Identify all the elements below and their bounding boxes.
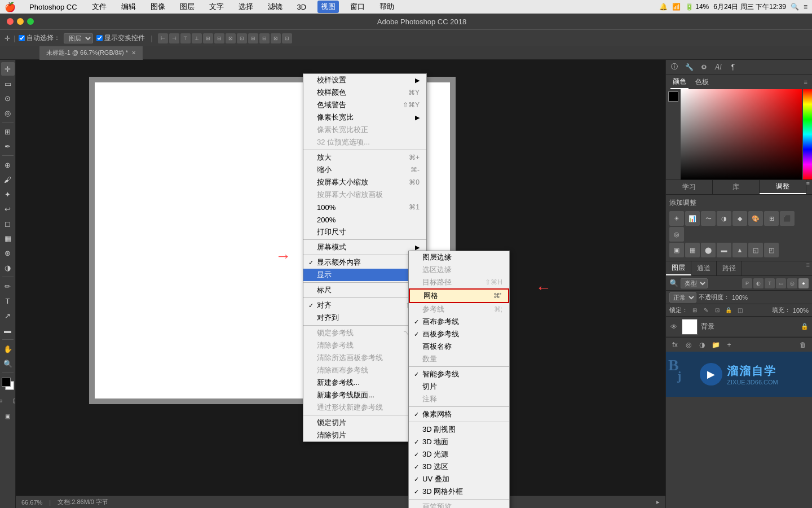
hand-tool[interactable]: ✋ xyxy=(1,342,15,356)
delete-layer-icon[interactable]: 🗑 xyxy=(797,339,809,351)
menu-window[interactable]: 窗口 xyxy=(347,1,368,13)
menu-3d[interactable]: 3D xyxy=(294,2,310,12)
adj-posterize-icon[interactable]: ▬ xyxy=(717,243,731,257)
adj-gradmap-icon[interactable]: ◱ xyxy=(748,243,763,257)
submenu-uv-overlay[interactable]: ✓ UV 叠加 xyxy=(409,473,509,485)
quick-select-tool[interactable]: ◎ xyxy=(1,106,15,120)
adj-selective-icon[interactable]: ◰ xyxy=(764,243,779,257)
menu-text[interactable]: 文字 xyxy=(206,1,227,13)
adj-channelmixer-icon[interactable]: ▣ xyxy=(669,243,684,257)
filter-smart-icon[interactable]: ◎ xyxy=(787,278,797,288)
color-panel-more[interactable]: ≡ xyxy=(804,78,807,85)
add-group-icon[interactable]: 📁 xyxy=(710,339,721,351)
submenu-3d-secondary-view[interactable]: 3D 副视图 xyxy=(409,423,509,436)
standard-mode-button[interactable]: ▭ xyxy=(0,393,7,407)
align-left-icon[interactable]: ⊢ xyxy=(158,33,168,43)
menu-icon[interactable]: ≡ xyxy=(804,3,807,11)
adj-bw-icon[interactable]: ⬛ xyxy=(780,211,795,226)
menu-pixel-aspect[interactable]: 像素长宽比 ▶ xyxy=(303,111,426,124)
adj-exposure-icon[interactable]: ◑ xyxy=(717,211,731,226)
menu-100-percent[interactable]: 100% ⌘1 xyxy=(303,201,426,213)
path-select-tool[interactable]: ↗ xyxy=(1,309,15,322)
lock-position-icon[interactable]: ✎ xyxy=(701,306,710,315)
adj-invert-icon[interactable]: ⬤ xyxy=(701,243,716,257)
submenu-3d-lights[interactable]: ✓ 3D 光源 xyxy=(409,448,509,461)
filter-pixel-icon[interactable]: P xyxy=(742,278,752,288)
lock-fill-icon[interactable]: ◫ xyxy=(735,306,744,315)
foreground-color-swatch[interactable] xyxy=(2,378,11,387)
swatch-tab[interactable]: 色板 xyxy=(693,75,711,89)
adjust-tab[interactable]: 调整 xyxy=(760,180,806,194)
minimize-button[interactable] xyxy=(17,18,24,25)
menu-select[interactable]: 选择 xyxy=(235,1,257,13)
rp-info-icon[interactable]: ⓘ xyxy=(668,61,681,73)
filter-adjust-icon[interactable]: ◐ xyxy=(753,278,764,288)
adj-panel-more[interactable]: ≡ xyxy=(806,180,812,194)
gradient-tool[interactable]: ▦ xyxy=(1,231,15,245)
blur-tool[interactable]: ⊛ xyxy=(1,246,15,260)
submenu-layer-edges[interactable]: 图层边缘 xyxy=(409,251,509,264)
menu-filter[interactable]: 滤镜 xyxy=(264,1,286,13)
paths-tab[interactable]: 路径 xyxy=(717,261,742,275)
layers-panel-more[interactable]: ≡ xyxy=(806,261,812,275)
color-tab[interactable]: 颜色 xyxy=(670,75,689,89)
align-bottom-icon[interactable]: ⊟ xyxy=(214,33,224,43)
submenu-3d-ground[interactable]: ✓ 3D 地面 xyxy=(409,436,509,448)
filter-type-select[interactable]: 类型 xyxy=(681,278,708,288)
distribute-right-icon[interactable]: ⊞ xyxy=(248,33,258,43)
layers-tab[interactable]: 图层 xyxy=(666,261,691,275)
library-tab[interactable]: 库 xyxy=(713,180,760,194)
menu-file[interactable]: 文件 xyxy=(89,1,110,13)
align-top-icon[interactable]: ⊥ xyxy=(192,33,202,43)
lock-artboard-icon[interactable]: ⊡ xyxy=(713,306,722,315)
brush-tool[interactable]: 🖌 xyxy=(1,173,15,186)
menu-proof-colors[interactable]: 校样颜色 ⌘Y xyxy=(303,86,426,99)
shape-tool[interactable]: ▬ xyxy=(1,323,15,337)
add-mask-icon[interactable]: ◎ xyxy=(683,339,694,351)
color-hue-strip[interactable] xyxy=(803,89,812,179)
submenu-artboard-guides[interactable]: ✓ 画板参考线 xyxy=(409,328,509,340)
adj-photofilter-icon[interactable]: ◎ xyxy=(669,227,684,242)
layer-item-background[interactable]: 👁 背景 🔒 xyxy=(666,317,812,337)
learn-tab[interactable]: 学习 xyxy=(666,180,713,194)
submenu-3d-mesh-box[interactable]: ✓ 3D 网格外框 xyxy=(409,485,509,498)
quick-mask-button[interactable]: ◰ xyxy=(9,393,16,407)
screen-mode-button[interactable]: ▣ xyxy=(1,409,15,423)
eraser-tool[interactable]: ◻ xyxy=(1,217,15,230)
align-right-icon[interactable]: ⊤ xyxy=(180,33,191,43)
adj-colorldakup-icon[interactable]: ▦ xyxy=(685,243,700,257)
channels-tab[interactable]: 通道 xyxy=(691,261,717,275)
status-nav[interactable]: ▸ xyxy=(656,498,660,506)
adj-brightness-icon[interactable]: ☀ xyxy=(669,211,684,226)
auto-select-checkbox[interactable]: 图层 自动选择： xyxy=(19,33,60,43)
menu-layer[interactable]: 图层 xyxy=(176,1,198,13)
distribute-center-h-icon[interactable]: ⊡ xyxy=(237,33,247,43)
submenu-3d-selection[interactable]: ✓ 3D 选区 xyxy=(409,461,509,473)
blend-mode-select[interactable]: 正常 xyxy=(669,292,696,303)
submenu-smart-guides[interactable]: ✓ 智能参考线 xyxy=(409,368,509,380)
distribute-left-icon[interactable]: ⊠ xyxy=(226,33,236,43)
add-adjustment-layer-icon[interactable]: ◑ xyxy=(696,339,708,351)
filter-text-icon[interactable]: T xyxy=(765,278,775,288)
menu-fit-screen[interactable]: 按屏幕大小缩放 ⌘0 xyxy=(303,176,426,189)
crop-tool[interactable]: ⊞ xyxy=(1,125,15,138)
filter-toggle-icon[interactable]: ● xyxy=(798,278,809,288)
submenu-slices[interactable]: 切片 xyxy=(409,380,509,393)
lock-all-icon[interactable]: 🔒 xyxy=(724,306,733,315)
tab-close-button[interactable]: ✕ xyxy=(131,50,136,56)
color-picker[interactable] xyxy=(666,89,812,179)
menu-proof-setup[interactable]: 校样设置 ▶ xyxy=(303,74,426,86)
rp-paragraph-icon[interactable]: ¶ xyxy=(727,61,739,73)
adj-threshold-icon[interactable]: ▲ xyxy=(732,243,747,257)
menu-zoom-out[interactable]: 缩小 ⌘- xyxy=(303,164,426,176)
color-foreground-swatch[interactable] xyxy=(668,91,678,102)
menu-photoshop[interactable]: Photoshop CC xyxy=(26,2,81,12)
menu-image[interactable]: 图像 xyxy=(147,1,169,13)
lock-pixels-icon[interactable]: ⊞ xyxy=(690,306,699,315)
distribute-top-icon[interactable]: ⊟ xyxy=(259,33,270,43)
submenu-canvas-guides[interactable]: ✓ 画布参考线 xyxy=(409,316,509,328)
adj-vibrance-icon[interactable]: ◆ xyxy=(732,211,747,226)
align-center-v-icon[interactable]: ⊞ xyxy=(203,33,213,43)
text-tool[interactable]: T xyxy=(1,294,15,308)
filter-shape-icon[interactable]: ▭ xyxy=(776,278,786,288)
